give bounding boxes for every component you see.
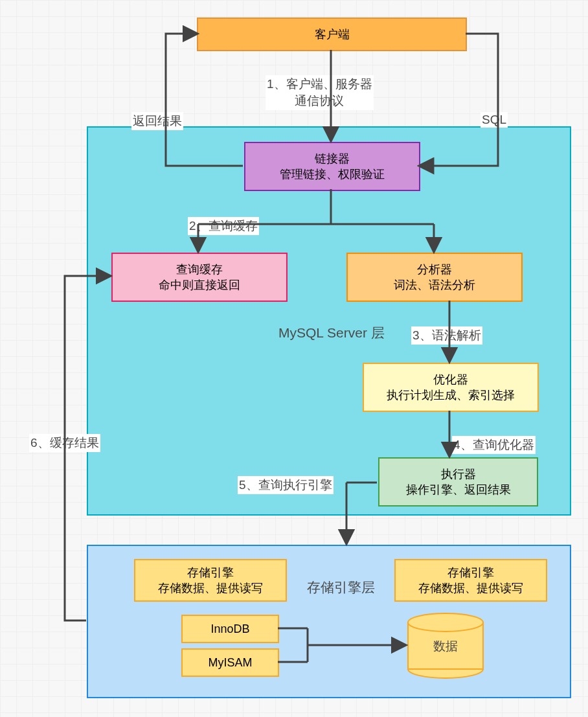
server-layer-label: MySQL Server 层 <box>278 324 385 342</box>
engine1-title: 存储引擎 <box>187 565 234 580</box>
label-2: 2、查询缓存 <box>188 217 259 235</box>
optimizer-sub: 执行计划生成、索引选择 <box>387 387 515 403</box>
connector-sub: 管理链接、权限验证 <box>280 166 385 182</box>
executor-box: 执行器 操作引擎、返回结果 <box>378 457 538 506</box>
label-sql: SQL <box>481 112 508 128</box>
connector-title: 链接器 <box>315 151 350 166</box>
label-6: 6、缓存结果 <box>29 434 100 452</box>
label-return: 返回结果 <box>131 112 183 130</box>
client-box: 客户端 <box>197 17 467 51</box>
label-1: 1、客户端、服务器 通信协议 <box>266 75 374 110</box>
cache-sub: 命中则直接返回 <box>159 277 240 293</box>
storage-layer-label: 存储引擎层 <box>307 578 375 597</box>
engine1-sub: 存储数据、提供读写 <box>158 580 263 596</box>
cache-box: 查询缓存 命中则直接返回 <box>111 253 288 302</box>
innodb-label: InnoDB <box>210 621 249 637</box>
myisam-label: MyISAM <box>208 655 252 670</box>
analyzer-box: 分析器 词法、语法分析 <box>346 253 523 302</box>
innodb-box: InnoDB <box>181 615 279 643</box>
executor-title: 执行器 <box>441 466 476 482</box>
optimizer-title: 优化器 <box>433 372 468 387</box>
optimizer-box: 优化器 执行计划生成、索引选择 <box>363 363 539 412</box>
myisam-box: MyISAM <box>181 648 279 677</box>
client-title: 客户端 <box>315 27 350 42</box>
label-4: 4、查询优化器 <box>452 436 536 454</box>
data-cylinder-label: 数据 <box>407 638 484 655</box>
engine2-box: 存储引擎 存储数据、提供读写 <box>394 559 547 602</box>
cache-title: 查询缓存 <box>176 262 223 277</box>
engine1-box: 存储引擎 存储数据、提供读写 <box>134 559 287 602</box>
analyzer-title: 分析器 <box>417 262 452 277</box>
analyzer-sub: 词法、语法分析 <box>394 277 475 293</box>
label-3: 3、语法解析 <box>411 326 482 345</box>
engine2-sub: 存储数据、提供读写 <box>418 580 523 596</box>
executor-sub: 操作引擎、返回结果 <box>406 482 511 497</box>
connector-box: 链接器 管理链接、权限验证 <box>244 142 420 191</box>
engine2-title: 存储引擎 <box>447 565 494 580</box>
label-5: 5、查询执行引擎 <box>238 476 334 494</box>
